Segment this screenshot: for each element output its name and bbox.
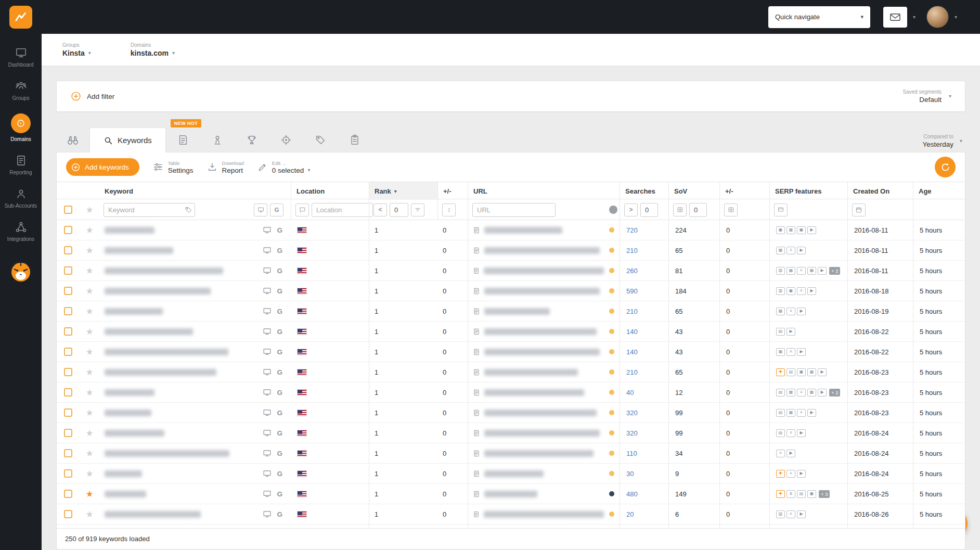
row-checkbox[interactable] — [64, 449, 72, 457]
header-age[interactable]: Age — [913, 182, 965, 200]
messages-button[interactable] — [883, 7, 907, 28]
select-all-checkbox[interactable] — [64, 206, 72, 214]
sov-filter-input[interactable] — [689, 203, 707, 217]
user-avatar[interactable] — [926, 6, 949, 28]
tab-tags[interactable] — [303, 127, 338, 152]
chevron-down-icon[interactable]: ▾ — [955, 15, 957, 20]
row-checkbox[interactable] — [64, 307, 72, 315]
sidebar-item-dashboard[interactable]: Dashboard — [0, 41, 42, 74]
searches-link[interactable]: 20 — [626, 510, 634, 518]
sidebar-item-tiger-logo[interactable] — [0, 254, 42, 290]
star-icon[interactable]: ★ — [85, 408, 93, 417]
header-searches[interactable]: Searches — [620, 182, 668, 200]
searches-link[interactable]: 260 — [626, 267, 638, 275]
location-chat-filter-button[interactable] — [295, 203, 309, 216]
rank-compare-filter-button[interactable]: < — [373, 203, 387, 216]
table-row[interactable]: ★ G 1 0 480 149 0 ✚$▤▣+ 3 2016-08-25 5 h… — [57, 484, 965, 504]
header-url[interactable]: URL — [468, 182, 604, 200]
sov-grid-filter-button[interactable] — [673, 203, 687, 216]
table-row[interactable]: ★ G 1 0 110 34 0 ≡▶ 2016-08-24 5 hours — [57, 443, 965, 464]
row-checkbox[interactable] — [64, 388, 72, 396]
header-sov-change[interactable]: +/- — [719, 182, 769, 200]
searches-link[interactable]: 140 — [626, 328, 638, 336]
searches-link[interactable]: 210 — [626, 247, 638, 254]
tab-landing-pages[interactable] — [269, 127, 303, 152]
row-checkbox[interactable] — [64, 469, 72, 478]
created-date-filter-button[interactable] — [852, 203, 866, 216]
star-icon[interactable]: ★ — [85, 429, 93, 438]
serp-features-filter-button[interactable] — [774, 203, 788, 216]
table-row[interactable]: ★ G 1 0 320 99 0 ▤▦≡▶ 2016-08-23 5 hours — [57, 403, 965, 423]
location-filter-input[interactable] — [312, 203, 373, 217]
table-row[interactable]: ★ G 1 0 590 184 0 ▥▣≡▶ 2016-08-18 5 hour… — [57, 281, 965, 301]
searches-link[interactable]: 210 — [626, 368, 638, 376]
header-sov[interactable]: SoV — [668, 182, 719, 200]
sov-change-grid-filter-button[interactable] — [724, 203, 738, 216]
quick-navigate-dropdown[interactable]: Quick navigate ▾ — [768, 6, 870, 28]
dot-filter-button[interactable] — [609, 206, 617, 214]
app-logo[interactable] — [9, 6, 32, 29]
star-icon[interactable]: ★ — [85, 287, 93, 296]
searches-link[interactable]: 320 — [626, 429, 638, 437]
table-row[interactable]: ★ G 1 0 210 65 0 ▦≡▶ 2016-08-19 5 hours — [57, 301, 965, 322]
table-row[interactable]: ★ G 1 0 140 43 0 ▤▶ 2016-08-22 5 hours — [57, 322, 965, 342]
star-icon[interactable]: ★ — [85, 307, 93, 316]
rank-options-filter-button[interactable] — [411, 203, 424, 216]
table-row[interactable]: ★ G 1 0 210 65 0 ✚▤▣▦▶ 2016-08-23 5 hour… — [57, 362, 965, 382]
table-row[interactable]: ★ G 1 0 720 224 0 ▣▦▣▶ 2016-08-11 5 hour… — [57, 220, 965, 240]
row-checkbox[interactable] — [64, 226, 72, 234]
table-row[interactable]: ★ G 1 0 210 65 0 ▦≡▶ 2016-08-11 5 hours — [57, 240, 965, 261]
star-icon[interactable]: ★ — [85, 266, 93, 275]
sidebar-item-domains[interactable]: Domains — [0, 108, 42, 149]
star-icon[interactable]: ★ — [85, 490, 93, 498]
overview-tab[interactable] — [56, 127, 89, 152]
tab-keywords[interactable]: Keywords — [89, 127, 166, 152]
search-engine-filter-button[interactable]: G — [270, 203, 283, 216]
row-checkbox[interactable] — [64, 287, 72, 295]
sidebar-item-integrations[interactable]: Integrations — [0, 215, 42, 249]
table-settings-button[interactable]: Table Settings — [153, 160, 194, 174]
header-keyword[interactable]: Keyword — [99, 182, 291, 200]
table-row[interactable]: ★ G 1 0 320 99 0 ▤≡▶ 2016-08-24 5 hours — [57, 423, 965, 443]
download-report-button[interactable]: Download Report — [207, 160, 244, 174]
tab-rankings[interactable] — [235, 127, 269, 152]
row-checkbox[interactable] — [64, 429, 72, 437]
searches-compare-filter-button[interactable]: > — [624, 203, 638, 216]
searches-link[interactable]: 110 — [626, 450, 637, 457]
add-filter-button[interactable]: Add filter — [70, 91, 114, 102]
sidebar-item-sub-accounts[interactable]: Sub-Accounts — [0, 182, 42, 215]
header-serp-features[interactable]: SERP features — [769, 182, 847, 200]
change-sort-filter-button[interactable]: ↕ — [442, 203, 456, 216]
header-rank-change[interactable]: +/- — [437, 182, 468, 200]
saved-segments-dropdown[interactable]: Saved segments Default ▾ — [902, 89, 951, 104]
searches-link[interactable]: 140 — [626, 348, 638, 356]
star-icon[interactable]: ★ — [85, 246, 93, 255]
header-location[interactable]: Location — [291, 182, 369, 200]
row-checkbox[interactable] — [64, 408, 72, 417]
groups-selector[interactable]: Groups Kinsta ▾ — [62, 42, 91, 57]
table-row[interactable]: ★ G 1 0 260 81 0 ▥▦≡▦▶+ 2 2016-08-11 5 h… — [57, 261, 965, 281]
searches-link[interactable]: 720 — [626, 226, 638, 234]
header-rank[interactable]: Rank▾ — [369, 182, 437, 200]
refresh-button[interactable] — [935, 157, 956, 177]
tab-notes[interactable]: NEW HOT — [166, 127, 200, 152]
searches-link[interactable]: 590 — [626, 287, 638, 295]
star-icon[interactable]: ★ — [85, 226, 93, 235]
compared-to-dropdown[interactable]: Compared to Yesterday ▾ — [922, 134, 965, 152]
searches-link[interactable]: 480 — [626, 490, 638, 498]
url-filter-input[interactable] — [472, 203, 556, 217]
table-row[interactable]: ★ G 1 0 40 12 0 ▤▦≡▦▶+ 2 2016-08-23 5 ho… — [57, 382, 965, 403]
header-created-on[interactable]: Created On — [847, 182, 913, 200]
star-icon[interactable]: ★ — [85, 510, 93, 519]
row-checkbox[interactable] — [64, 348, 72, 356]
row-checkbox[interactable] — [64, 510, 72, 518]
device-filter-button[interactable] — [254, 203, 267, 216]
searches-link[interactable]: 210 — [626, 308, 638, 315]
chevron-down-icon[interactable]: ▾ — [913, 15, 915, 20]
sidebar-item-reporting[interactable]: Reporting — [0, 149, 42, 182]
star-icon[interactable]: ★ — [85, 327, 93, 336]
star-icon[interactable]: ★ — [85, 388, 93, 397]
sidebar-item-groups[interactable]: Groups — [0, 74, 42, 108]
keyword-filter-input[interactable] — [104, 203, 195, 217]
row-checkbox[interactable] — [64, 368, 72, 376]
